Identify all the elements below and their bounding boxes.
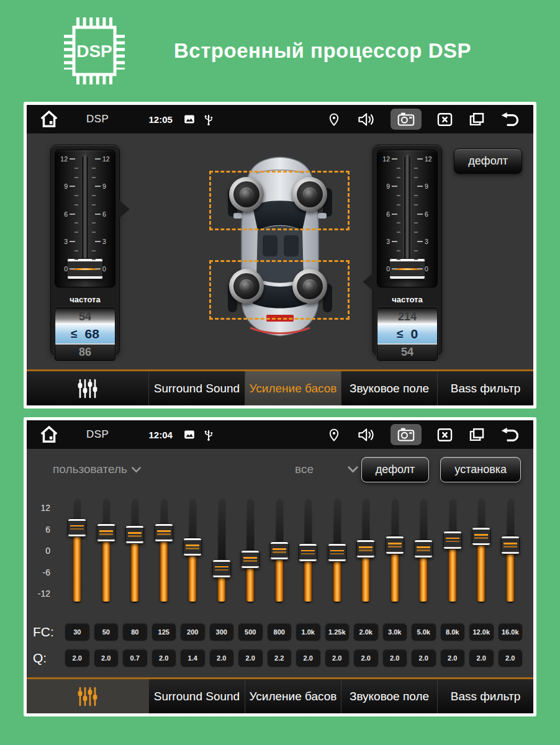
eq-band-handle[interactable] [155, 523, 173, 542]
q-value-button[interactable]: 2.0 [353, 649, 379, 667]
mixer-icon [76, 377, 99, 400]
speaker-front-left[interactable] [229, 177, 264, 212]
fc-value-button[interactable]: 1.0k [296, 623, 321, 641]
picker-selected-value[interactable]: ≤ 68 [55, 323, 115, 345]
fc-value-button[interactable]: 800 [267, 623, 292, 641]
less-equal-symbol: ≤ [71, 327, 77, 341]
speaker-rear-left[interactable] [229, 269, 264, 304]
picker-selected-value[interactable]: ≤ 0 [377, 323, 437, 345]
eq-band-handle[interactable] [356, 540, 375, 558]
q-value-button[interactable]: 2.0 [94, 649, 119, 667]
q-value-button[interactable]: 1.4 [180, 649, 205, 667]
eq-band-handle[interactable] [241, 550, 260, 569]
eq-band-handle[interactable] [414, 540, 433, 558]
eq-band-handle[interactable] [183, 538, 202, 556]
q-value-button[interactable]: 2.0 [209, 649, 235, 667]
location-icon[interactable] [327, 427, 341, 442]
tab-1[interactable]: Усиление басов [245, 679, 341, 713]
front-frequency-picker[interactable]: 54 ≤ 68 86 [55, 307, 115, 361]
eq-band-handle[interactable] [125, 525, 144, 544]
eq-band-handle[interactable] [68, 518, 86, 537]
location-icon[interactable] [327, 112, 341, 127]
rear-level-panel: 121299663300 частота 214 ≤ 0 54 [373, 145, 442, 356]
eq-band-handle[interactable] [212, 559, 231, 578]
q-value-button[interactable]: 2.0 [151, 649, 177, 667]
fc-value-button[interactable]: 12.0k [469, 623, 494, 641]
q-value-button[interactable]: 2.0 [498, 649, 523, 667]
recent-apps-icon[interactable] [468, 111, 485, 128]
fc-value-button[interactable]: 3.0k [382, 623, 408, 641]
picker-above-value[interactable]: 214 [377, 308, 437, 323]
tab-3[interactable]: Bass фильтр [437, 679, 533, 713]
eq-band-handle[interactable] [299, 543, 317, 562]
fc-value-button[interactable]: 500 [238, 623, 263, 641]
eq-band-handle[interactable] [472, 527, 490, 546]
rear-panel-pointer [363, 273, 374, 291]
speaker-front-right[interactable] [292, 177, 327, 212]
eq-band-handle[interactable] [328, 543, 346, 562]
back-icon[interactable] [500, 427, 521, 442]
fc-value-button[interactable]: 16.0k [498, 623, 523, 641]
picker-below-value[interactable]: 86 [55, 345, 115, 360]
fc-value-button[interactable]: 2.0k [353, 623, 379, 641]
eq-sliders [63, 499, 525, 618]
tab-0[interactable]: Surround Sound [148, 371, 245, 405]
q-value-button[interactable]: 2.0 [238, 649, 263, 667]
screenshot-button[interactable] [391, 109, 422, 130]
close-app-icon[interactable] [436, 111, 453, 128]
eq-band-handle[interactable] [443, 531, 462, 549]
fc-value-button[interactable]: 8.0k [440, 623, 466, 641]
gallery-icon [183, 428, 196, 441]
q-value-button[interactable]: 2.0 [65, 649, 90, 667]
front-panel-pointer [119, 200, 130, 219]
tab-2[interactable]: Звуковое поле [341, 679, 437, 713]
tab-2[interactable]: Звуковое поле [341, 371, 437, 405]
preset-dropdown[interactable]: пользователь [53, 463, 239, 476]
close-app-icon[interactable] [436, 427, 453, 443]
q-value-button[interactable]: 0.7 [122, 649, 148, 667]
q-value-button[interactable]: 2.0 [325, 649, 350, 667]
fc-value-button[interactable]: 1.25k [325, 623, 350, 641]
recent-apps-icon[interactable] [468, 426, 485, 443]
fc-value-button[interactable]: 80 [122, 623, 148, 641]
fc-value-button[interactable]: 300 [209, 623, 235, 641]
screenshot-button[interactable] [391, 424, 422, 445]
default-button[interactable]: дефолт [361, 457, 430, 482]
tab-0[interactable]: Surround Sound [148, 679, 245, 713]
rear-frequency-picker[interactable]: 214 ≤ 0 54 [377, 307, 438, 361]
default-button[interactable]: дефолт [454, 148, 522, 174]
q-value-button[interactable]: 2.0 [411, 649, 436, 667]
tab-1[interactable]: Усиление басов [245, 371, 341, 405]
home-icon[interactable] [39, 425, 59, 445]
q-value-button[interactable]: 2.2 [267, 649, 292, 667]
picker-below-value[interactable]: 54 [377, 345, 437, 360]
volume-icon[interactable] [356, 427, 376, 443]
eq-band [92, 499, 121, 603]
setup-button[interactable]: установка [440, 457, 521, 482]
usb-icon [201, 427, 216, 442]
q-value-button[interactable]: 2.0 [296, 649, 321, 667]
q-value-button[interactable]: 2.0 [469, 649, 494, 667]
q-value-button[interactable]: 2.0 [440, 649, 466, 667]
speaker-rear-right[interactable] [292, 269, 327, 304]
fc-value-button[interactable]: 50 [94, 623, 119, 641]
fc-value-button[interactable]: 5.0k [411, 623, 436, 641]
eq-band-handle[interactable] [501, 536, 520, 554]
eq-band-handle[interactable] [270, 541, 289, 560]
fc-value-button[interactable]: 125 [151, 623, 177, 641]
home-icon[interactable] [39, 109, 59, 129]
fc-value-button[interactable]: 30 [65, 623, 90, 641]
volume-icon[interactable] [356, 111, 376, 128]
eq-band [63, 499, 92, 603]
channel-dropdown[interactable]: все [295, 463, 359, 476]
chevron-down-icon [347, 466, 359, 473]
q-value-button[interactable]: 2.0 [382, 649, 408, 667]
eq-band-handle[interactable] [97, 523, 115, 542]
fc-value-button[interactable]: 200 [180, 623, 205, 641]
tab-3[interactable]: Bass фильтр [437, 371, 533, 405]
tab-equalizer-icon[interactable] [27, 679, 148, 713]
eq-band-handle[interactable] [386, 536, 404, 554]
back-icon[interactable] [500, 112, 521, 127]
picker-above-value[interactable]: 54 [55, 308, 115, 323]
tab-equalizer-icon[interactable] [27, 371, 148, 405]
